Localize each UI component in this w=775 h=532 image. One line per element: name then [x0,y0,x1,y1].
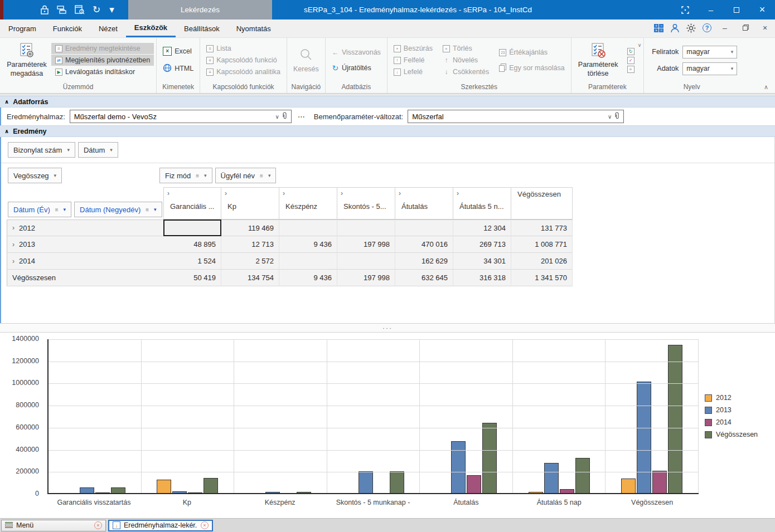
pivot-cell[interactable]: 316 318 [453,270,511,286]
combo-caret-icon[interactable]: ∨ [608,114,612,120]
mdi-restore-button[interactable] [738,23,752,32]
pivot-cell[interactable]: 50 419 [163,270,221,286]
taskbar-tab-eredmenyhalmaz[interactable]: ↓ Eredményhalmaz-lekér... × [108,520,213,531]
mdi-minimize-button[interactable]: – [718,23,732,32]
user-icon[interactable] [670,23,680,33]
paperclip-icon[interactable] [614,112,619,121]
torles-button[interactable]: × Törlés [439,43,493,54]
pivot-row-header[interactable]: Végösszesen [7,270,163,286]
lista-button[interactable]: ≡ Lista [202,43,284,54]
data-field-vegosszeg[interactable]: Vegösszeg ▾ [8,168,62,183]
pivot-cell[interactable]: 9 436 [279,270,337,286]
expand-icon[interactable]: › [12,257,14,265]
column-field-fiz-mod[interactable]: Fiz mód ≡ ▾ [159,168,212,183]
pivot-cell[interactable]: 9 436 [279,236,337,253]
pivot-cell[interactable] [337,253,395,270]
menu-nyomtatas[interactable]: Nyomtatás [228,19,279,37]
expand-icon[interactable]: › [225,190,227,197]
pivot-cell[interactable] [279,253,337,270]
pivot-cell[interactable]: 197 998 [337,270,395,286]
beszuras-button[interactable]: + Beszúrás [390,43,437,54]
paperclip-icon[interactable] [282,112,287,121]
expand-icon[interactable]: › [399,190,401,197]
document-tab[interactable]: Lekérdezés [128,0,272,19]
excel-export-button[interactable]: × Excel [159,45,197,57]
filter-field-bizonylat-szam[interactable]: Bizonylat szám ▾ [8,142,75,158]
pivot-cell[interactable]: 632 645 [395,270,453,286]
expand-icon[interactable]: › [167,190,169,197]
pivot-cell[interactable]: 1 341 570 [511,270,573,286]
pivot-cell[interactable]: 269 713 [453,236,511,253]
menu-nezet[interactable]: Nézet [90,19,126,37]
ujratoltes-button[interactable]: ↻ Újratöltés [328,62,385,74]
eredmeny-section-header[interactable]: ∧ Eredmény [0,125,775,137]
lock-icon[interactable] [40,5,49,14]
kapcsolodo-funkcio-button[interactable]: ≡ Kapcsolódó funkció [202,55,284,66]
pivot-column-header[interactable]: ›Átutalás 5 n... [453,187,511,219]
menu-funkciok[interactable]: Funkciók [45,19,90,37]
pivot-column-header[interactable]: ›Skontós - 5... [337,187,395,219]
noveles-button[interactable]: ↑ Növelés [439,55,493,66]
pivot-cell[interactable]: 119 469 [221,219,279,236]
help-icon[interactable]: ? [703,23,711,32]
filter-icon[interactable]: ▾ [268,173,271,178]
pivot-cell[interactable] [163,219,221,236]
pivot-cell[interactable]: 201 026 [511,253,573,270]
pivot-column-header[interactable]: Végösszesen [511,187,573,219]
eredmeny-megtekintese-button[interactable]: ≡ Eredmény megtekintése [51,43,154,54]
pivot-column-header[interactable]: ›Garanciális ... [163,187,221,219]
close-tab-icon[interactable]: × [201,521,209,529]
pivot-cell[interactable]: 12 304 [453,219,511,236]
param-history-icon[interactable]: ↻ [627,48,634,55]
kapcsolodo-analitika-button[interactable]: ≡ Kapcsolódó analitika [202,66,284,77]
ertekajanlas-button[interactable]: 23 Értékajánlás [495,47,568,58]
visszavonas-button[interactable]: ← Visszavonás [328,47,385,58]
document-preview-icon[interactable] [75,5,85,14]
pivot-cell[interactable]: 134 754 [221,270,279,286]
calculator-icon[interactable]: +−×= [654,24,663,32]
egy-sor-masolasa-button[interactable]: Egy sor másolása [495,62,568,74]
menu-eszkozok[interactable]: Eszközök [126,19,176,37]
focus-mode-icon[interactable] [672,0,698,19]
maximize-button[interactable] [724,0,749,19]
parameterek-torlese-button[interactable]: Paraméterek törlése [574,39,623,81]
column-field-ugyfel-nev[interactable]: Ügyfél név ≡ ▾ [215,168,277,183]
filter-icon[interactable]: ▾ [67,147,70,153]
pivot-cell[interactable]: 48 895 [163,236,221,253]
close-button[interactable]: × [749,0,775,19]
pivot-row-header[interactable]: ›2013 [7,236,163,253]
ribbon-collapse-icon[interactable]: ∧ [764,84,768,91]
pivot-column-header[interactable]: ›Kp [221,187,279,219]
sort-icon[interactable]: ≡ [260,173,263,179]
pivot-cell[interactable]: 197 998 [337,236,395,253]
adatok-select[interactable]: magyar ▾ [682,62,737,75]
expand-icon[interactable]: › [12,241,14,248]
gear-icon[interactable] [686,23,696,33]
adatforras-section-header[interactable]: ∧ Adatforrás [0,96,775,108]
eredmenyhalmaz-combo[interactable]: Műszerfal demo - VevoSz ∨ [70,110,292,123]
filter-field-datum[interactable]: Dátum ▾ [78,142,118,158]
html-export-button[interactable]: HTML [159,62,197,76]
mdi-close-button[interactable]: × [758,23,772,32]
close-tab-icon[interactable]: × [94,521,102,529]
refresh-icon[interactable]: ↻ [93,5,100,14]
pivot-cell[interactable]: 34 301 [453,253,511,270]
param-settings-icon[interactable]: ≡ [627,66,634,73]
felfele-button[interactable]: ↑ Felfelé [390,55,437,66]
pivot-cell[interactable]: 1 008 771 [511,236,573,253]
combo-caret-icon[interactable]: ∨ [275,114,279,120]
pivot-cell[interactable] [395,219,453,236]
menu-program[interactable]: Program [0,19,45,37]
pivot-row-header[interactable]: ›2014 [7,253,163,270]
expand-icon[interactable]: › [457,190,459,197]
minimize-button[interactable]: – [698,0,724,19]
levalogatas-inditaskor-button[interactable]: ▶ Leválogatás indításkor [51,66,154,77]
pivot-column-header[interactable]: ›Készpénz [279,187,337,219]
param-dropdown-icon[interactable]: ∨ [638,42,642,48]
megjelenites-pivotnezetben-button[interactable]: ⇄ Megjelenítés pivotnézetben [51,55,154,66]
menu-tree-icon[interactable] [57,6,67,14]
param-save-icon[interactable]: ✓ [627,57,634,64]
filter-icon[interactable]: ▾ [204,173,207,178]
kereses-button[interactable]: Keresés [289,48,323,73]
bemeno-combo[interactable]: Műszerfal ∨ [408,110,624,123]
